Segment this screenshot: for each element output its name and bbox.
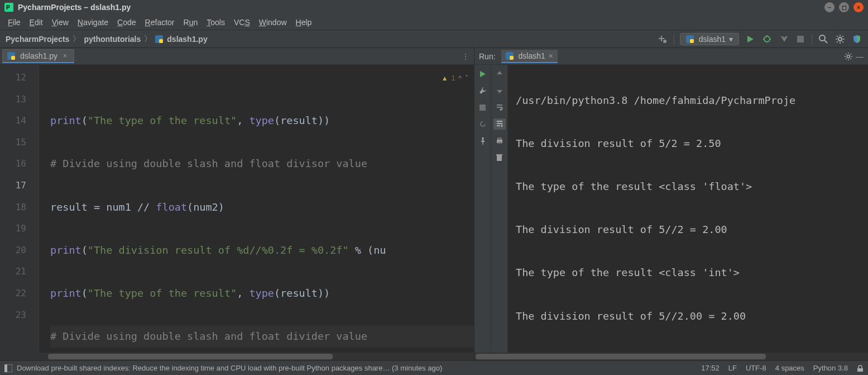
output-line: The division result of 5/2 = 2.50 — [516, 133, 868, 155]
status-time[interactable]: 17:52 — [701, 364, 720, 372]
run-button[interactable] — [745, 34, 756, 45]
run-config-dropdown[interactable]: dslash1 ▾ — [680, 33, 739, 45]
gear-icon[interactable] — [835, 34, 846, 45]
line-number: 19 — [0, 218, 26, 240]
menu-file[interactable]: File — [3, 17, 25, 28]
svg-rect-26 — [498, 142, 501, 144]
line-number: 23 — [0, 305, 26, 326]
close-icon[interactable]: × — [549, 51, 553, 60]
debug-button[interactable] — [761, 34, 773, 45]
run-header: Run: dslash1 × — — [474, 48, 868, 65]
run-body: /usr/bin/python3.8 /home/fahmida/Pycharm… — [474, 65, 868, 353]
python-file-icon — [506, 52, 514, 60]
menu-code[interactable]: Code — [113, 17, 140, 28]
toolwindow-icon[interactable] — [4, 364, 12, 372]
status-indent[interactable]: 4 spaces — [775, 364, 804, 372]
svg-rect-6 — [690, 39, 694, 43]
status-encoding[interactable]: UTF-8 — [746, 364, 766, 372]
line-number: 16 — [0, 153, 26, 175]
separator — [812, 34, 812, 45]
breadcrumb-root[interactable]: PycharmProjects — [6, 35, 69, 44]
gutter: 12 13 14 15 16 17 18 19 20 21 22 23 — [0, 65, 39, 353]
breadcrumb-sep: 〉 — [144, 34, 152, 44]
window-controls: – ◻ × — [824, 2, 864, 12]
menu-help[interactable]: Help — [291, 17, 316, 28]
toolbar: dslash1 ▾ — [657, 33, 862, 45]
svg-rect-22 — [479, 105, 486, 111]
maximize-button[interactable]: ◻ — [839, 2, 849, 12]
close-button[interactable]: × — [853, 2, 864, 12]
horizontal-scrollbar[interactable] — [0, 353, 474, 360]
add-config-icon[interactable] — [657, 34, 668, 45]
svg-line-14 — [824, 40, 827, 43]
up-icon[interactable] — [494, 68, 505, 79]
hide-icon[interactable]: — — [856, 52, 864, 61]
menu-vcs[interactable]: VCS — [229, 17, 255, 28]
restart-icon[interactable] — [477, 118, 488, 130]
menu-view[interactable]: View — [47, 17, 73, 28]
code-area[interactable]: ▲1 ^ ˅ print("The type of the result", t… — [39, 65, 474, 353]
svg-rect-3 — [159, 39, 163, 43]
editor-pane: dslash1.py × ⋮ 12 13 14 15 16 17 18 19 2… — [0, 48, 474, 360]
coverage-button[interactable] — [778, 34, 789, 45]
svg-point-8 — [764, 36, 770, 42]
menu-run[interactable]: Run — [179, 17, 203, 28]
shield-icon[interactable] — [851, 34, 862, 45]
run-panel: Run: dslash1 × — — [474, 48, 868, 360]
menu-navigate[interactable]: Navigate — [73, 17, 113, 28]
breadcrumb[interactable]: PycharmProjects 〉 pythontutorials 〉 dsla… — [6, 34, 208, 44]
line-number: 15 — [0, 132, 26, 154]
svg-rect-25 — [498, 138, 501, 140]
menu-edit[interactable]: Edit — [25, 17, 47, 28]
lock-icon[interactable] — [857, 365, 864, 372]
output-line: The division result of 5//2.00 = 2.00 — [516, 306, 868, 327]
run-label: Run: — [479, 52, 496, 61]
breadcrumb-file[interactable]: dslash1.py — [167, 35, 207, 44]
menu-window[interactable]: Window — [255, 17, 291, 28]
run-tab-label: dslash1 — [519, 51, 545, 60]
editor[interactable]: 12 13 14 15 16 17 18 19 20 21 22 23 ▲1 ^… — [0, 65, 474, 353]
run-output[interactable]: /usr/bin/python3.8 /home/fahmida/Pycharm… — [508, 65, 868, 353]
stop-button[interactable] — [795, 34, 806, 45]
editor-tab-bar: dslash1.py × ⋮ — [0, 48, 474, 65]
separator — [674, 34, 674, 45]
wrench-icon[interactable] — [477, 85, 488, 96]
status-python[interactable]: Python 3.8 — [813, 364, 848, 372]
menu-tools[interactable]: Tools — [202, 17, 229, 28]
line-number: 22 — [0, 283, 26, 305]
close-icon[interactable]: × — [63, 52, 67, 60]
status-lf[interactable]: LF — [728, 364, 737, 372]
svg-marker-21 — [480, 71, 486, 77]
minimize-button[interactable]: – — [824, 2, 835, 12]
tab-menu-icon[interactable]: ⋮ — [457, 52, 474, 61]
horizontal-scrollbar[interactable] — [474, 353, 868, 360]
line-number: 21 — [0, 261, 26, 283]
nav-bar: PycharmProjects 〉 pythontutorials 〉 dsla… — [0, 30, 868, 48]
search-icon[interactable] — [818, 34, 829, 45]
breadcrumb-folder[interactable]: pythontutorials — [84, 35, 141, 44]
gear-icon[interactable] — [845, 53, 852, 60]
title-bar: P PycharmProjects – dslash1.py – ◻ × — [0, 0, 868, 15]
line-number: 14 — [0, 110, 26, 132]
pin-icon[interactable] — [477, 135, 488, 146]
run-tab[interactable]: dslash1 × — [501, 50, 558, 63]
status-bar: Download pre-built shared indexes: Reduc… — [0, 360, 868, 375]
svg-point-20 — [847, 55, 850, 58]
window-title: PycharmProjects – dslash1.py — [18, 3, 131, 12]
editor-tab-label: dslash1.py — [20, 51, 57, 60]
soft-wrap-icon[interactable] — [494, 102, 505, 113]
rerun-icon[interactable] — [477, 68, 488, 79]
down-icon[interactable] — [494, 85, 505, 96]
python-file-icon — [7, 52, 15, 60]
output-line: The type of the result <class 'int'> — [516, 262, 868, 284]
menu-refactor[interactable]: Refactor — [141, 17, 179, 28]
status-message[interactable]: Download pre-built shared indexes: Reduc… — [17, 364, 442, 372]
print-icon[interactable] — [494, 135, 505, 146]
line-number: 12 — [0, 67, 26, 89]
scroll-to-end-icon[interactable] — [493, 118, 506, 130]
breadcrumb-sep: 〉 — [73, 34, 80, 44]
editor-tab[interactable]: dslash1.py × — [2, 49, 74, 63]
stop-icon[interactable] — [477, 102, 488, 113]
inspection-badge[interactable]: ▲1 ^ ˅ — [442, 68, 468, 89]
trash-icon[interactable] — [494, 152, 505, 163]
